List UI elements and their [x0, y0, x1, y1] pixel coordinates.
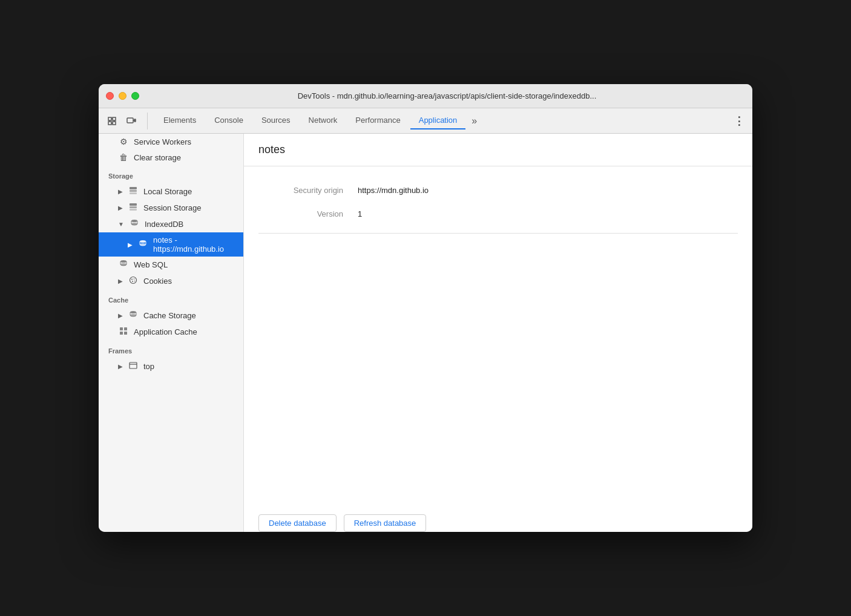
svg-point-21 [132, 281, 133, 282]
svg-rect-25 [120, 327, 123, 330]
application-cache-label: Application Cache [134, 327, 197, 336]
security-origin-row: Security origin https://mdn.github.io [258, 186, 738, 195]
version-row: Version 1 [258, 209, 738, 218]
top-arrow: ▶ [118, 363, 123, 370]
indexeddb-arrow: ▼ [118, 221, 124, 228]
notes-db-label: notes - https://mdn.github.io [153, 235, 234, 254]
tab-console[interactable]: Console [206, 112, 252, 129]
cache-storage-label: Cache Storage [143, 311, 196, 320]
sidebar-item-session-storage[interactable]: ▶ Session Storage [99, 200, 243, 216]
delete-database-button[interactable]: Delete database [258, 514, 337, 532]
sidebar-item-notes-db[interactable]: ▶ notes - https://mdn.github.io [99, 232, 243, 257]
local-storage-label: Local Storage [143, 187, 192, 196]
svg-rect-3 [113, 122, 116, 125]
svg-point-13 [131, 223, 137, 225]
service-workers-icon: ⚙ [118, 137, 129, 146]
cookies-label: Cookies [143, 277, 172, 286]
session-storage-icon [128, 203, 139, 213]
notes-db-arrow: ▶ [128, 241, 133, 248]
button-row: Delete database Refresh database [244, 514, 752, 532]
application-cache-icon [118, 327, 129, 337]
devtools-menu-button[interactable]: ⋮ [731, 113, 748, 129]
traffic-lights [106, 92, 139, 100]
local-storage-icon [128, 186, 139, 197]
cookies-icon [128, 276, 139, 286]
svg-rect-29 [130, 362, 137, 369]
notes-db-icon [137, 240, 148, 250]
inspect-icon[interactable] [104, 113, 120, 129]
svg-point-18 [130, 277, 137, 284]
svg-rect-11 [130, 209, 137, 211]
svg-rect-4 [127, 118, 133, 123]
svg-rect-1 [113, 117, 116, 120]
svg-point-23 [130, 311, 136, 313]
session-storage-label: Session Storage [143, 203, 201, 212]
sidebar-item-cache-storage[interactable]: ▶ Cache Storage [99, 307, 243, 324]
clear-storage-icon: 🗑 [118, 152, 129, 162]
sidebar-item-web-sql[interactable]: Web SQL [99, 257, 243, 273]
cache-storage-arrow: ▶ [118, 312, 123, 319]
top-label: top [143, 362, 154, 371]
storage-section-label: Storage [99, 165, 243, 183]
svg-rect-7 [130, 190, 137, 192]
svg-point-17 [120, 263, 126, 266]
device-icon[interactable] [123, 113, 140, 129]
svg-point-12 [131, 220, 137, 222]
panel-header: notes [244, 134, 752, 166]
sidebar-item-application-cache[interactable]: Application Cache [99, 324, 243, 340]
local-storage-arrow: ▶ [118, 188, 123, 195]
service-workers-label: Service Workers [134, 137, 191, 146]
sidebar-item-local-storage[interactable]: ▶ Local Storage [99, 183, 243, 200]
session-storage-arrow: ▶ [118, 205, 123, 211]
web-sql-label: Web SQL [134, 260, 168, 269]
panel-title: notes [258, 143, 285, 156]
panel: notes Security origin https://mdn.github… [244, 134, 752, 532]
indexeddb-label: IndexedDB [145, 220, 183, 229]
svg-rect-0 [108, 117, 111, 120]
sidebar-item-service-workers[interactable]: ⚙ Service Workers [99, 134, 243, 149]
svg-point-15 [140, 243, 146, 246]
cache-storage-icon [128, 310, 139, 321]
svg-point-19 [131, 279, 133, 280]
security-origin-label: Security origin [258, 186, 343, 195]
svg-rect-6 [130, 187, 137, 189]
more-tabs-button[interactable]: » [467, 113, 482, 129]
tab-sources[interactable]: Sources [253, 112, 299, 129]
tab-elements[interactable]: Elements [155, 112, 205, 129]
sidebar-item-top[interactable]: ▶ top [99, 358, 243, 375]
tab-bar: Elements Console Sources Network Perform… [99, 108, 752, 134]
sidebar: ⚙ Service Workers 🗑 Clear storage Storag… [99, 134, 244, 532]
sidebar-item-clear-storage[interactable]: 🗑 Clear storage [99, 149, 243, 165]
panel-body: Security origin https://mdn.github.io Ve… [244, 166, 752, 514]
version-label: Version [258, 209, 343, 218]
tab-performance[interactable]: Performance [347, 112, 409, 129]
clear-storage-label: Clear storage [134, 153, 181, 162]
minimize-button[interactable] [119, 92, 126, 100]
tab-network[interactable]: Network [300, 112, 346, 129]
svg-rect-2 [108, 122, 111, 125]
window-title: DevTools - mdn.github.io/learning-area/j… [149, 91, 745, 100]
tab-application[interactable]: Application [410, 112, 466, 129]
close-button[interactable] [106, 92, 114, 100]
maximize-button[interactable] [131, 92, 139, 100]
svg-rect-26 [124, 327, 127, 330]
svg-point-16 [120, 260, 126, 263]
web-sql-icon [118, 260, 129, 270]
svg-point-22 [134, 281, 135, 281]
top-icon [128, 361, 139, 372]
main-content: ⚙ Service Workers 🗑 Clear storage Storag… [99, 134, 752, 532]
devtools-window: DevTools - mdn.github.io/learning-area/j… [99, 84, 752, 532]
svg-rect-8 [130, 192, 137, 194]
svg-rect-10 [130, 206, 137, 208]
cookies-arrow: ▶ [118, 278, 123, 284]
svg-rect-9 [130, 203, 137, 206]
indexeddb-icon [129, 219, 140, 229]
sidebar-item-cookies[interactable]: ▶ Cookies [99, 273, 243, 289]
divider [258, 233, 738, 234]
tabs-container: Elements Console Sources Network Perform… [155, 112, 731, 129]
sidebar-item-indexeddb[interactable]: ▼ IndexedDB [99, 216, 243, 232]
refresh-database-button[interactable]: Refresh database [344, 514, 427, 532]
svg-rect-28 [124, 332, 127, 335]
tab-icon-group [104, 113, 148, 129]
version-value: 1 [358, 209, 362, 218]
